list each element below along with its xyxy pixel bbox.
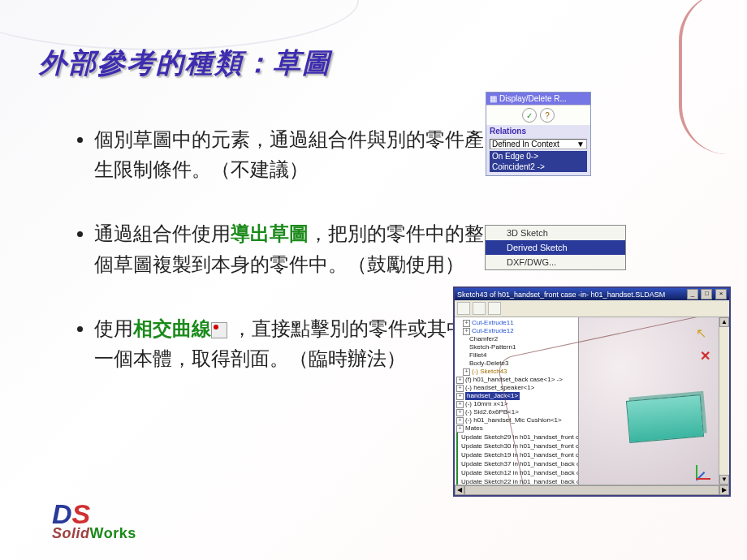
tree-feature[interactable]: Sketch-Pattern1 (469, 343, 516, 351)
feature-manager-tabs (455, 300, 729, 317)
relations-section-label: Relations (486, 125, 590, 137)
bullet-1-text: 個別草圖中的元素，通過組合件與別的零件產生限制條件。（不建議） (94, 129, 484, 180)
decorative-curve-top-right (679, 0, 747, 154)
relations-panel-titlebar: ▦ Display/Delete R... (486, 93, 590, 105)
tree-feature[interactable]: Fillet4 (469, 351, 486, 360)
relations-list-item[interactable]: Coincident2 -> (490, 162, 587, 172)
tree-mates[interactable]: Mates (465, 424, 483, 433)
bullet-2-pre: 通過組合件使用 (94, 223, 231, 244)
bullet-3: 使用相交曲線 ，直接點擊別的零件或其中的一個本體，取得剖面。（臨時辦法） (94, 314, 492, 374)
tree-component[interactable]: (-) 10mm x<1> (465, 400, 507, 408)
scrollbar-track[interactable] (464, 485, 719, 495)
exit-sketch-icon[interactable]: ✕ (700, 348, 710, 364)
logo-text: SolidWorks (52, 525, 136, 542)
intersection-curve-icon (211, 322, 227, 338)
tab-icon[interactable] (473, 302, 486, 315)
menu-item-3d-sketch[interactable]: 3D Sketch (486, 226, 625, 240)
tree-feature[interactable]: Chamfer2 (469, 335, 498, 343)
bullet-3-pre: 使用 (94, 318, 133, 339)
scroll-left-icon[interactable]: ◀ (455, 485, 464, 495)
tree-feature[interactable]: Cut-Extrude11 (472, 319, 514, 327)
logo-solid: Solid (52, 525, 90, 541)
solidworks-logo: DS SolidWorks (52, 503, 136, 542)
tab-icon[interactable] (488, 302, 501, 315)
relations-list[interactable]: On Edge 0-> Coincident2 -> (490, 151, 587, 172)
horizontal-scrollbar[interactable]: ◀ ▶ (455, 485, 729, 495)
window-title: Sketch43 of h01_handset_front case -in- … (457, 291, 665, 299)
bullet-list: 個別草圖中的元素，通過組合件與別的零件產生限制條件。（不建議） 通過組合件使用導… (45, 125, 492, 408)
tree-feature[interactable]: Cut-Extrude12 (472, 327, 514, 335)
close-window-button[interactable]: × (715, 289, 727, 299)
decorative-curve-top-left (0, 0, 359, 50)
menu-item-derived-sketch[interactable]: Derived Sketch (486, 240, 625, 255)
dropdown-arrow-icon: ▼ (576, 140, 585, 149)
window-controls: _ □ × (686, 289, 727, 299)
selected-part-body[interactable] (626, 394, 704, 443)
cursor-icon: ↖ (696, 325, 710, 340)
ok-button[interactable]: ✓ (522, 108, 537, 123)
view-triad-icon[interactable] (696, 462, 714, 480)
relations-panel-icon: ▦ (490, 94, 497, 103)
scroll-right-icon[interactable]: ▶ (719, 485, 729, 495)
solidworks-window: Sketch43 of h01_handset_front case -in- … (453, 286, 731, 497)
tab-icon[interactable] (457, 302, 470, 315)
slide-title: 外部參考的種類：草圖 (39, 45, 331, 82)
window-titlebar: Sketch43 of h01_handset_front case -in- … (455, 288, 729, 300)
menu-item-dxf-dwg[interactable]: DXF/DWG... (486, 255, 625, 269)
relations-filter-value: Defined In Context (492, 140, 559, 149)
bullet-1: 個別草圖中的元素，通過組合件與別的零件產生限制條件。（不建議） (94, 125, 492, 185)
bullet-2: 通過組合件使用導出草圖，把別的零件中的整個草圖複製到本身的零件中。（鼓勵使用） (94, 219, 492, 279)
logo-works: Works (90, 525, 136, 541)
logo-ds-mark: DS (52, 503, 136, 525)
bullet-3-emphasis: 相交曲線 (133, 318, 211, 339)
maximize-button[interactable]: □ (701, 289, 712, 299)
relations-panel-buttons: ✓ ? (486, 105, 590, 125)
graphics-viewport[interactable]: ↖ ✕ (579, 317, 719, 485)
bullet-2-emphasis: 導出草圖 (231, 223, 309, 244)
relations-filter-dropdown[interactable]: Defined In Context ▼ (490, 139, 587, 149)
help-button[interactable]: ? (540, 108, 555, 123)
insert-sketch-menu: 3D Sketch Derived Sketch DXF/DWG... (485, 225, 626, 270)
relations-panel: ▦ Display/Delete R... ✓ ? Relations Defi… (486, 92, 591, 176)
relations-list-item[interactable]: On Edge 0-> (490, 151, 587, 162)
minimize-button[interactable]: _ (687, 289, 698, 299)
relations-panel-title: Display/Delete R... (499, 94, 567, 103)
